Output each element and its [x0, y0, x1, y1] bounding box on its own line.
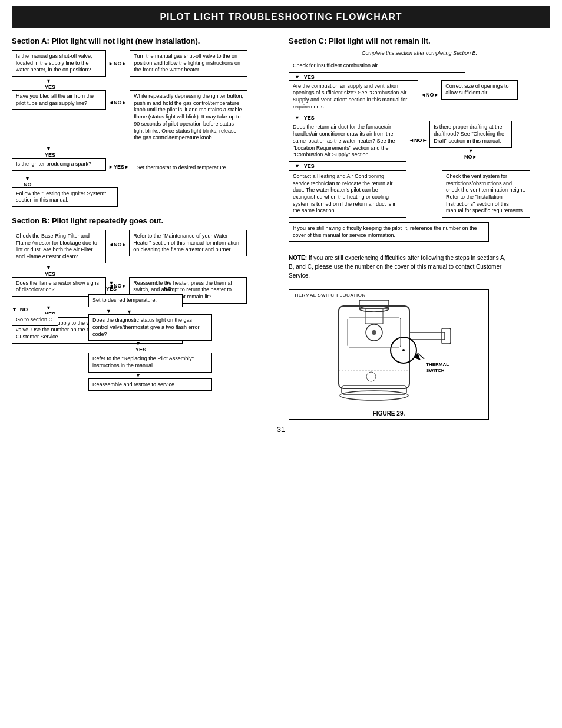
svg-point-13: [340, 391, 408, 400]
svg-point-7: [402, 349, 405, 351]
figure-label: FIGURE 29.: [292, 410, 486, 417]
section-c: Section C: Pilot light will not remain l…: [289, 37, 550, 242]
sB-set-temp-box: Set to desired temperature.: [88, 294, 183, 307]
section-b: Section B: Pilot light repeatedly goes o…: [12, 216, 283, 391]
svg-point-15: [366, 372, 376, 381]
note-bold: NOTE:: [289, 255, 307, 261]
sC-q3-box: Does the return air duct for the furnace…: [289, 121, 406, 161]
sA-q2-yes-label: YES: [45, 152, 55, 158]
left-column: Section A: Pilot light will not light (n…: [12, 37, 283, 420]
svg-rect-1: [359, 300, 389, 309]
svg-text:SWITCH: SWITCH: [426, 368, 445, 373]
sB-q1-box: Check the Base-Ring Filter and Flame Arr…: [12, 230, 106, 263]
svg-point-18: [372, 330, 376, 335]
sA-q3-box: Is the igniter producing a spark?: [12, 158, 106, 171]
sB-final-box: Reassemble and restore to service.: [88, 378, 212, 391]
sA-q2-no-label: ◄NO►: [108, 100, 127, 106]
sB-q1-yes-label: YES: [45, 271, 55, 277]
section-c-title: Section C: Pilot light will not remain l…: [289, 37, 550, 45]
sC-q2-box: Are the combustion air supply and ventil…: [289, 80, 418, 114]
title-text: PILOT LIGHT TROUBLESHOOTING FLOWCHART: [160, 12, 402, 22]
svg-rect-12: [342, 386, 406, 394]
page-title: PILOT LIGHT TROUBLESHOOTING FLOWCHART: [12, 6, 550, 28]
sB-q1-no-box: Refer to the "Maintenance of your Water …: [129, 230, 247, 256]
sA-q2-box: Have you bled all the air from the pilot…: [12, 90, 106, 110]
sA-q2-no-box: While repeatedly depressing the igniter …: [130, 90, 247, 144]
sB-go-section-c: Go to section C.: [12, 314, 58, 327]
sA-q3-no-box: Follow the "Testing the Igniter System" …: [12, 187, 118, 207]
section-b-title: Section B: Pilot light repeatedly goes o…: [12, 216, 283, 225]
section-a-title: Section A: Pilot light will not light (n…: [12, 37, 283, 45]
note-text: NOTE: If you are still experiencing diff…: [289, 253, 507, 280]
sA-q1-yes-label: YES: [45, 84, 55, 90]
page-number: 31: [12, 426, 550, 434]
svg-marker-9: [414, 353, 421, 360]
sC-q2-no-box: Correct size of openings to allow suffic…: [441, 80, 518, 100]
sC-q3-no-box: Is there proper drafting at the drafthoo…: [429, 121, 512, 147]
page: PILOT LIGHT TROUBLESHOOTING FLOWCHART Se…: [0, 0, 562, 728]
thermal-section: THERMAL SWITCH LOCATION: [289, 289, 550, 420]
sA-q1-box: Is the manual gas shut-off valve, locate…: [12, 50, 106, 77]
sA-q3-yes-label: ►YES►: [108, 164, 130, 170]
thermal-diagram: THERMAL SWITCH: [292, 300, 486, 409]
note-section: NOTE: If you are still experiencing diff…: [289, 253, 507, 280]
svg-text:THERMAL: THERMAL: [426, 362, 449, 367]
note-content: If you are still experiencing difficulti…: [289, 255, 505, 279]
svg-rect-4: [409, 332, 445, 340]
svg-rect-5: [442, 328, 451, 344]
sA-q3-no-label: NO: [24, 182, 32, 187]
sA-q3-yes-box: Set thermostat to desired temperature.: [133, 162, 250, 174]
right-column: Section C: Pilot light will not remain l…: [289, 37, 550, 420]
thermal-label: THERMAL SWITCH LOCATION: [292, 292, 486, 298]
sC-q4-right-box: Check the vent system for restrictions/o…: [442, 170, 530, 218]
section-c-subtitle: Complete this section after completing S…: [289, 50, 550, 56]
sA-q1-no-label: ►NO►: [108, 61, 127, 67]
section-a: Section A: Pilot light will not light (n…: [12, 37, 283, 207]
sA-q1-no-box: Turn the manual gas shut-off valve to th…: [130, 50, 247, 77]
sC-q4-box: Contact a Heating and Air Conditioning s…: [289, 170, 406, 218]
sB-diag-yes-box: Refer to the "Replacing the Pilot Assemb…: [88, 353, 212, 372]
sB-diag-box: Does the diagnostic status light on the …: [88, 314, 212, 341]
sB-q1-no-label: ◄NO►: [108, 242, 127, 248]
sC-still-box: If you are still having difficulty keepi…: [289, 222, 489, 242]
thermal-image-container: THERMAL SWITCH LOCATION: [289, 289, 489, 420]
sC-q1-box: Check for insufficient combustion air.: [289, 60, 465, 73]
svg-rect-2: [365, 309, 383, 324]
